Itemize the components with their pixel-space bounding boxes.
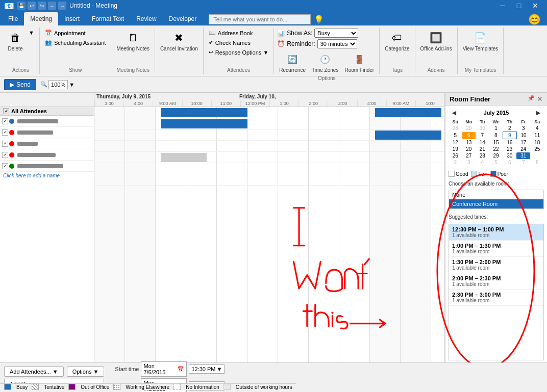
cal-day[interactable]: 18 bbox=[530, 139, 544, 146]
maximize-button[interactable]: □ bbox=[511, 0, 527, 11]
appointment-button[interactable]: 📅 Appointment bbox=[43, 29, 88, 37]
minimize-button[interactable]: ─ bbox=[495, 0, 510, 11]
cal-day[interactable]: 6 bbox=[503, 159, 517, 166]
cancel-invitation-button[interactable]: ✖ Cancel Invitation bbox=[158, 29, 200, 53]
back-icon[interactable]: ← bbox=[48, 2, 56, 10]
send-button[interactable]: ▶ Send bbox=[4, 79, 36, 90]
suggested-time-item[interactable]: 1:00 PM – 1:30 PM 1 available room bbox=[449, 241, 543, 257]
delete-dropdown[interactable]: ▼ bbox=[27, 29, 36, 37]
prev-month-button[interactable]: ◄ bbox=[449, 109, 460, 117]
tab-meeting[interactable]: Meeting bbox=[24, 12, 58, 25]
cal-day[interactable]: 28 bbox=[449, 125, 462, 132]
options-button[interactable]: Options ▼ bbox=[67, 367, 105, 377]
cal-day[interactable]: 7 bbox=[516, 159, 530, 166]
meeting-notes-button[interactable]: 🗒 Meeting Notes bbox=[114, 29, 151, 53]
cal-day[interactable]: 29 bbox=[462, 125, 476, 132]
suggested-times-list[interactable]: 12:30 PM – 1:00 PM 1 available room 1:00… bbox=[449, 224, 544, 360]
cal-day[interactable]: 20 bbox=[462, 146, 476, 152]
suggested-time-item[interactable]: 2:30 PM – 3:00 PM 1 available room bbox=[449, 290, 543, 306]
close-room-finder-button[interactable]: ✕ bbox=[537, 95, 543, 103]
undo-icon[interactable]: ↩ bbox=[28, 2, 36, 10]
all-attendees-checkbox[interactable] bbox=[3, 108, 9, 114]
suggested-time-item[interactable]: 2:00 PM – 2:30 PM 1 available room bbox=[449, 273, 543, 290]
attendee-checkbox[interactable] bbox=[2, 141, 8, 147]
cal-day[interactable]: 1 bbox=[489, 125, 503, 132]
start-time-input[interactable]: 12:30 PM ▼ bbox=[189, 364, 225, 374]
cal-day[interactable]: 28 bbox=[476, 152, 489, 159]
start-date-input[interactable]: Mon 7/6/2015 📅 bbox=[141, 361, 187, 377]
scheduling-assistant-button[interactable]: 👥 Scheduling Assistant bbox=[43, 38, 108, 47]
view-templates-button[interactable]: 📄 View Templates bbox=[461, 29, 501, 53]
cal-day-highlighted[interactable]: 31 bbox=[516, 152, 530, 159]
next-month-button[interactable]: ► bbox=[533, 109, 544, 117]
close-button[interactable]: ✕ bbox=[528, 0, 543, 11]
pin-icon[interactable]: 📌 bbox=[528, 95, 535, 103]
room-item-conference[interactable]: Conference Room bbox=[449, 199, 543, 208]
attendee-checkbox[interactable] bbox=[2, 129, 8, 136]
attendee-checkbox[interactable] bbox=[2, 118, 8, 124]
add-attendees-button[interactable]: Add Attendees... ▼ bbox=[4, 367, 64, 377]
forward-icon[interactable]: → bbox=[58, 2, 66, 10]
grid-area[interactable] bbox=[94, 107, 444, 362]
check-names-button[interactable]: ✔ Check Names bbox=[207, 38, 253, 47]
recurrence-button[interactable]: 🔄 Recurrence bbox=[277, 50, 308, 74]
tab-format-text[interactable]: Format Text bbox=[86, 12, 130, 25]
suggested-time-item[interactable]: 12:30 PM – 1:00 PM 1 available room bbox=[449, 224, 543, 241]
cal-day[interactable]: 9 bbox=[503, 132, 517, 139]
cal-day[interactable]: 19 bbox=[449, 146, 462, 152]
tab-insert[interactable]: Insert bbox=[58, 12, 86, 25]
cal-day[interactable]: 5 bbox=[449, 132, 462, 139]
room-finder-button[interactable]: 🚪 Room Finder bbox=[342, 50, 376, 74]
calendar-icon[interactable]: 📅 bbox=[177, 366, 184, 373]
redo-icon[interactable]: ↪ bbox=[38, 2, 46, 10]
tab-developer[interactable]: Developer bbox=[163, 12, 203, 25]
zoom-dropdown-icon[interactable]: ▼ bbox=[69, 82, 74, 88]
cal-day[interactable]: 8 bbox=[530, 159, 544, 166]
show-as-select[interactable]: BusyFreeTentativeOut of Office bbox=[314, 29, 358, 38]
cal-day[interactable]: 26 bbox=[449, 152, 462, 159]
cal-day[interactable]: 25 bbox=[530, 146, 544, 152]
cal-day[interactable]: 12 bbox=[449, 139, 462, 146]
time-zones-button[interactable]: 🕐 Time Zones bbox=[310, 50, 340, 74]
address-book-button[interactable]: 📖 Address Book bbox=[207, 29, 255, 37]
cal-day[interactable]: 15 bbox=[489, 139, 503, 146]
categorize-button[interactable]: 🏷 Categorize bbox=[383, 29, 411, 53]
zoom-value[interactable]: 100% bbox=[48, 80, 68, 89]
delete-button[interactable]: 🗑 Delete bbox=[5, 29, 26, 53]
cal-day[interactable]: 16 bbox=[503, 139, 517, 146]
cal-day[interactable]: 17 bbox=[516, 139, 530, 146]
cal-day[interactable]: 3 bbox=[516, 125, 530, 132]
cal-day[interactable]: 5 bbox=[489, 159, 503, 166]
cal-day[interactable]: 2 bbox=[449, 159, 462, 166]
suggested-time-item[interactable]: 1:30 PM – 2:00 PM 1 available room bbox=[449, 257, 543, 273]
cal-day[interactable]: 13 bbox=[462, 139, 476, 146]
attendee-checkbox[interactable] bbox=[2, 152, 8, 158]
cal-day[interactable]: 8 bbox=[489, 132, 503, 139]
cal-day[interactable]: 4 bbox=[476, 159, 489, 166]
add-attendee-link[interactable]: Click here to add a name bbox=[0, 172, 94, 179]
attendee-checkbox[interactable] bbox=[2, 163, 8, 169]
cal-day[interactable]: 3 bbox=[462, 159, 476, 166]
save-icon[interactable]: 💾 bbox=[17, 2, 26, 10]
reminder-select[interactable]: 30 minutes15 minutes1 hour bbox=[317, 39, 357, 48]
cal-day[interactable]: 27 bbox=[462, 152, 476, 159]
cal-day[interactable]: 30 bbox=[476, 125, 489, 132]
cal-day-today[interactable]: 6 bbox=[462, 132, 476, 139]
room-item-none[interactable]: None bbox=[449, 190, 543, 199]
cal-day[interactable]: 29 bbox=[489, 152, 503, 159]
office-addins-button[interactable]: 🔲 Office Add-ins bbox=[418, 29, 454, 53]
cal-day[interactable] bbox=[530, 152, 544, 159]
cal-day[interactable]: 14 bbox=[476, 139, 489, 146]
cal-day[interactable]: 4 bbox=[530, 125, 544, 132]
tab-file[interactable]: File bbox=[2, 12, 24, 25]
cal-day[interactable]: 7 bbox=[476, 132, 489, 139]
time-dropdown-icon[interactable]: ▼ bbox=[217, 366, 222, 372]
cal-day[interactable]: 22 bbox=[489, 146, 503, 152]
response-options-button[interactable]: ↩ Response Options ▼ bbox=[207, 48, 270, 57]
cal-day[interactable]: 30 bbox=[503, 152, 517, 159]
tell-me-input[interactable] bbox=[209, 14, 311, 24]
cal-day[interactable]: 24 bbox=[516, 146, 530, 152]
cal-day[interactable]: 11 bbox=[530, 132, 544, 139]
cal-day[interactable]: 10 bbox=[516, 132, 530, 139]
cal-day[interactable]: 21 bbox=[476, 146, 489, 152]
